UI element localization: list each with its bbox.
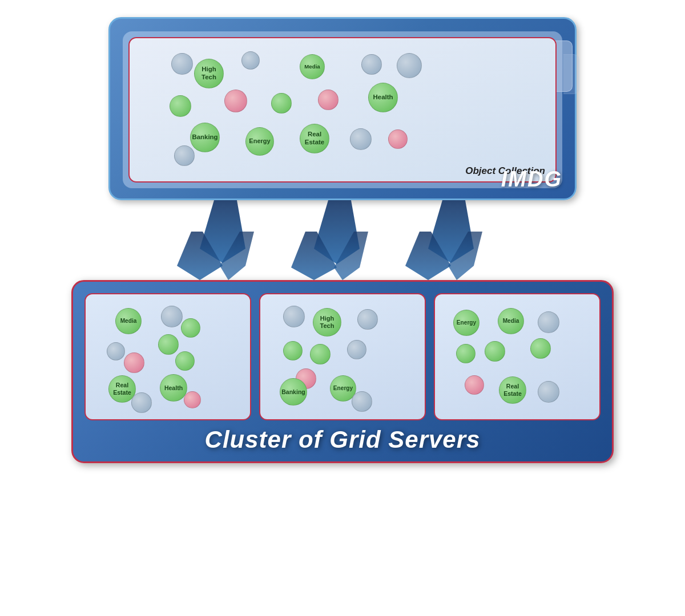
cluster-node-2: High TechBankingEnergy xyxy=(259,293,426,420)
object-collection-outer: High TechMediaHealthBankingEnergyReal Es… xyxy=(123,31,562,188)
bubble-oc-gray5 xyxy=(350,128,372,150)
bubble-n2-gray2 xyxy=(357,309,378,330)
bubble-n3-realestate: Real Estate xyxy=(499,376,526,404)
cluster-box: MediaReal EstateHealth High TechBankingE… xyxy=(71,280,614,463)
bubble-oc-health: Health xyxy=(368,83,398,112)
node-3-bubbles: EnergyMediaReal Estate xyxy=(442,301,593,412)
bubble-n1-media: Media xyxy=(115,308,142,334)
bubble-oc-green2 xyxy=(271,93,292,114)
bubble-oc-pink1 xyxy=(224,90,247,112)
bubble-oc-media-top: Media xyxy=(300,54,325,79)
bubble-n2-gray4 xyxy=(352,391,372,412)
bubble-n3-pink1 xyxy=(465,375,484,395)
bubble-n1-gray2 xyxy=(107,342,125,360)
bubble-n1-pink1 xyxy=(124,352,144,373)
cluster-nodes: MediaReal EstateHealth High TechBankingE… xyxy=(84,293,601,420)
bubble-oc-pink3 xyxy=(388,129,408,149)
bubble-oc-realestate: Real Estate xyxy=(300,124,329,153)
bubble-oc-gray1 xyxy=(171,53,193,75)
arrows-section xyxy=(108,200,577,280)
bubble-n2-green1 xyxy=(283,341,303,360)
node-2-bubbles: High TechBankingEnergy xyxy=(267,301,418,412)
bubble-n3-gray1 xyxy=(538,311,559,333)
bubble-n2-hightech: High Tech xyxy=(313,308,341,337)
imdg-label: IMDG xyxy=(501,167,562,192)
diagram-container: High TechMediaHealthBankingEnergyReal Es… xyxy=(86,17,599,599)
node-1-bubbles: MediaReal EstateHealth xyxy=(92,301,243,412)
bubble-oc-gray6 xyxy=(174,145,195,166)
bubble-n3-energy: Energy xyxy=(453,310,480,336)
imdg-bubbles-area: High TechMediaHealthBankingEnergyReal Es… xyxy=(140,48,545,160)
bubble-oc-gray4 xyxy=(397,53,422,78)
bubble-n3-green3 xyxy=(485,341,505,362)
bubble-oc-energy: Energy xyxy=(245,127,274,156)
arrows-svg xyxy=(108,200,577,280)
cluster-label: Cluster of Grid Servers xyxy=(84,426,601,453)
bubble-n1-green3 xyxy=(175,351,195,371)
bubble-n3-green2 xyxy=(456,344,476,363)
bubble-oc-gray2 xyxy=(241,51,260,70)
bubble-oc-green1 xyxy=(170,95,191,117)
bubble-n1-health: Health xyxy=(160,374,187,402)
bubble-n2-gray1 xyxy=(283,306,305,327)
cluster-node-1: MediaReal EstateHealth xyxy=(84,293,251,420)
object-collection-box: High TechMediaHealthBankingEnergyReal Es… xyxy=(128,37,557,183)
shadow-tab-2 xyxy=(563,54,579,94)
bubble-n3-green1 xyxy=(530,338,551,359)
bubble-n3-media: Media xyxy=(498,308,524,334)
bubble-oc-banking: Banking xyxy=(190,123,220,152)
imdg-box: High TechMediaHealthBankingEnergyReal Es… xyxy=(108,17,577,200)
bubble-n1-green1 xyxy=(181,318,200,338)
bubble-oc-pink2 xyxy=(318,90,339,110)
bubble-oc-gray3 xyxy=(361,54,382,75)
bubble-n1-pink2 xyxy=(184,391,201,408)
bubble-n2-gray3 xyxy=(347,340,366,359)
bubble-n1-gray3 xyxy=(131,392,152,413)
bubble-n3-gray2 xyxy=(538,381,559,403)
cluster-node-3: EnergyMediaReal Estate xyxy=(434,293,601,420)
bubble-n1-green2 xyxy=(158,334,179,355)
bubble-n1-gray1 xyxy=(161,306,183,327)
bubble-n2-green2 xyxy=(310,344,331,364)
bubble-oc-hightech: High Tech xyxy=(194,59,224,88)
bubble-n2-banking: Banking xyxy=(280,378,307,406)
